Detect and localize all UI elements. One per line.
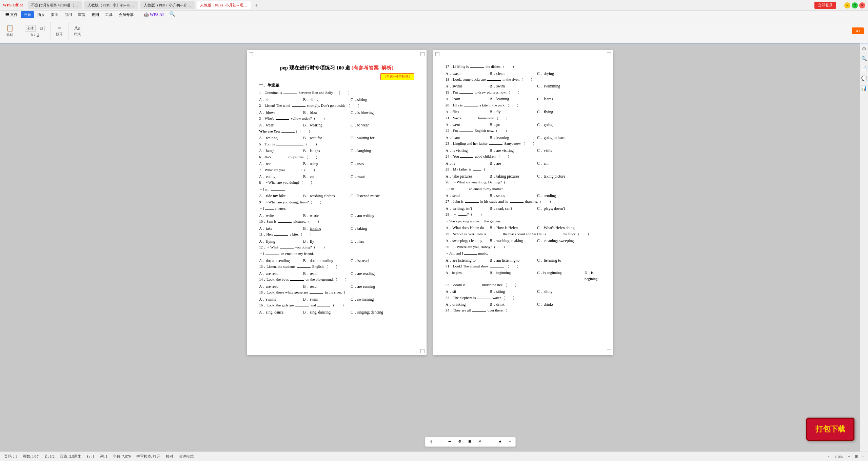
tab-3[interactable]: 人教版（PEP）小升初-- 介绍专项练…: [140, 1, 195, 9]
rq23: 23．Lingling and her father Sanya now.（ ）: [446, 141, 601, 146]
sidebar-icon-5[interactable]: 📊: [861, 85, 867, 91]
rq31-d: D．is begining: [585, 270, 601, 282]
status-read-mode[interactable]: 演讲模式: [179, 454, 194, 459]
minimize-btn[interactable]: －: [844, 2, 850, 8]
new-tab-btn[interactable]: +: [253, 2, 260, 8]
rq24-b: B．are: [490, 160, 537, 166]
q11-opts: A．flying B．fly C．flies: [259, 238, 414, 244]
menu-file[interactable]: ☰ 文件: [3, 11, 20, 18]
sidebar-icon-6[interactable]: ⋯: [862, 95, 867, 101]
rq30-c: C．listening to: [537, 257, 601, 263]
rq32-b: B．siting: [490, 288, 537, 295]
view-mode-page[interactable]: ⊞: [855, 454, 858, 459]
float-back[interactable]: ↩: [446, 439, 453, 445]
q12: 12．－What you doing?（ ）: [259, 244, 414, 250]
right-page-corner-tr: [607, 52, 611, 56]
wps-ai-btn[interactable]: 🤖 WPS AI: [141, 11, 166, 18]
ribbon-paragraph[interactable]: ≡ 段落: [54, 24, 65, 37]
rq21-b: B．go: [490, 122, 537, 128]
rq19-c: C．learns: [537, 96, 601, 102]
tab-1[interactable]: 不定代词专项练习100道（有答案和…: [28, 1, 82, 9]
q12-b: B．do; am reading: [303, 258, 351, 264]
float-table[interactable]: ⊞: [466, 439, 473, 445]
rq30-b: B．am listening to: [490, 257, 537, 263]
float-dot[interactable]: ·: [438, 439, 443, 445]
title-red: (有参考答案+解析): [352, 65, 394, 71]
menu-ref[interactable]: 引用: [62, 11, 75, 18]
menu-insert[interactable]: 插入: [35, 11, 47, 18]
rq26-a: A．send: [446, 193, 490, 199]
q12-c: C．is; read: [351, 258, 414, 264]
rq26-b: B．sends: [490, 193, 537, 199]
q7-b: B．eat: [303, 174, 351, 180]
ai-btn[interactable]: AI: [852, 27, 864, 34]
login-btn[interactable]: 立即登录: [814, 2, 836, 9]
close-btn[interactable]: ✕: [859, 2, 865, 8]
status-total-pages: 页数: 1/17: [23, 454, 39, 459]
rq25-opts: A．take pictures B．taking pictures C．taki…: [446, 173, 601, 179]
rq22-a: A．learn: [446, 135, 490, 141]
ribbon-style[interactable]: Aa 样式: [72, 24, 83, 37]
float-zh[interactable]: 中: [428, 439, 436, 445]
rq20-c: C．flying: [537, 109, 601, 115]
rq19: 19．I'm to draw pictures now.（ ）: [446, 89, 601, 95]
menu-items: ☰ 文件 开始 插入 页面 引用 审阅 视图 工具 会员专享 🤖 WPS AI …: [3, 11, 175, 18]
menu-view[interactable]: 视图: [89, 11, 102, 18]
ribbon-paste[interactable]: 📋 粘贴: [4, 24, 16, 38]
float-settings[interactable]: ⚙: [456, 439, 463, 445]
menu-tools[interactable]: 工具: [102, 11, 115, 18]
q7-opts: A．eating B．eat C．want: [259, 174, 414, 180]
q7-c: C．want: [351, 174, 414, 180]
rq29-opts: A．sweeping; cleaning B．washing; making C…: [446, 238, 601, 244]
q8: 8．－What are you doing?（ ）: [259, 180, 414, 185]
q3-c: C．to wear: [351, 122, 414, 128]
menu-start[interactable]: 开始: [21, 11, 34, 18]
rq32-c: C．siting: [537, 288, 601, 295]
rq31-opts: A．begins B．beginning C．is beginning D．is…: [446, 270, 601, 282]
float-list[interactable]: ≡: [507, 439, 513, 445]
status-proofread: 校对: [166, 454, 173, 459]
rq25: 25．My father is （ ）: [446, 166, 601, 172]
menu-vip[interactable]: 会员专享: [116, 11, 136, 18]
questions-right: 17．Li Ming is the dishes.（ ） A．wash B．cl…: [446, 64, 601, 313]
search-icon[interactable]: 🔍: [169, 11, 175, 18]
zoom-in-btn[interactable]: ＋: [847, 454, 851, 459]
sidebar-icon-3[interactable]: 📄: [861, 66, 867, 72]
rq33: 33．The elephant is water.（ ）: [446, 295, 601, 301]
tab-2[interactable]: 人教版（PEP）小升初-- there be初…: [84, 1, 138, 9]
section-title-1: 一、单选题: [259, 82, 414, 88]
q13-opts: A．are read B．read C．are reading: [259, 270, 414, 277]
font-name[interactable]: 宋体: [25, 25, 36, 32]
menu-page[interactable]: 页面: [48, 11, 61, 18]
menu-review[interactable]: 审阅: [75, 11, 88, 18]
status-word-count: 字数: 7,879: [113, 454, 131, 459]
rq17-a: A．wash: [446, 71, 490, 77]
ribbon-font[interactable]: 宋体 12 B I U: [23, 24, 47, 37]
q12-opts: A．do; am sending B．do; am reading C．is; …: [259, 258, 414, 264]
download-button[interactable]: 打包下载: [806, 418, 854, 441]
titlebar-left: WPS Office 不定代词专项练习100道（有答案和… 人教版（PEP）小升…: [3, 1, 260, 9]
q15: 15．Look, those white geese are in the ri…: [259, 289, 414, 295]
float-more[interactable]: ⋯: [486, 439, 494, 445]
maximize-btn[interactable]: □: [852, 2, 858, 8]
rq31: 31．Look! The animal show .（ ）: [446, 263, 601, 269]
rq26-opts: A．send B．sends C．sending: [446, 193, 601, 199]
sidebar-icon-2[interactable]: 🔍: [861, 56, 867, 62]
float-star[interactable]: ★: [496, 439, 504, 445]
bold-btn[interactable]: B: [31, 33, 33, 37]
zoom-out-btn[interactable]: －: [827, 454, 830, 459]
tab-4-active[interactable]: 人教版（PEP）小升初-- 现在进行…: [197, 1, 251, 9]
rq21-c: C．going: [537, 122, 601, 128]
view-mode-outline[interactable]: ≡: [862, 455, 864, 459]
rq20: 20．Lily is a kite in the park.（ ）: [446, 102, 601, 108]
underline-btn[interactable]: U: [37, 33, 39, 37]
q11-c: C．flies: [351, 238, 414, 244]
sidebar-icon-4[interactable]: 💬: [861, 76, 867, 81]
float-share[interactable]: ↗: [476, 439, 483, 445]
sidebar-icon-1[interactable]: ⚙: [862, 46, 866, 52]
italic-btn[interactable]: I: [34, 33, 35, 37]
rq32-opts: A．sit B．siting C．siting: [446, 288, 601, 295]
font-size[interactable]: 12: [38, 26, 45, 31]
rq18-opts: A．swims B．swim C．swimming: [446, 83, 601, 89]
document-area: pep 现在进行时专项练习 100 道 (有参考答案+解析) （单选+可型转换）…: [0, 43, 860, 452]
